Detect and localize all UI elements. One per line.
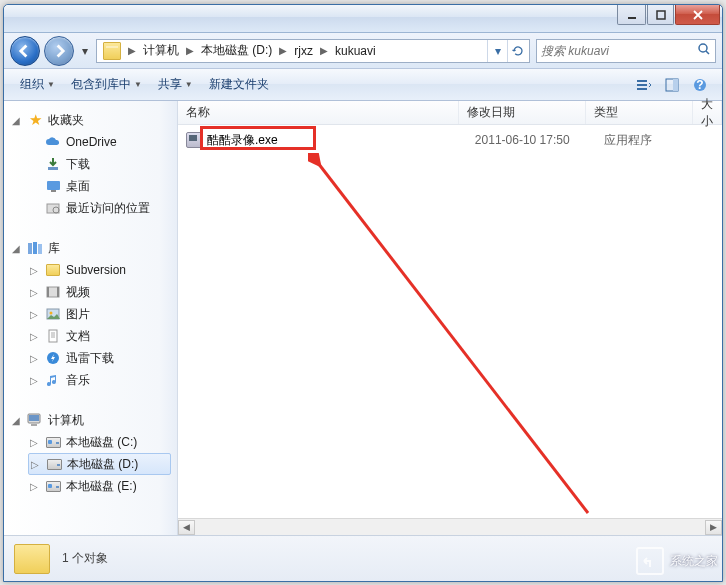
collapse-icon[interactable]: ◢ <box>10 415 22 426</box>
recent-icon <box>44 202 62 214</box>
expand-icon[interactable]: ▷ <box>28 353 40 364</box>
chevron-right-icon[interactable]: ▶ <box>317 45 331 56</box>
file-type: 应用程序 <box>604 132 652 149</box>
video-icon <box>44 286 62 298</box>
close-button[interactable] <box>675 5 720 25</box>
svg-rect-5 <box>637 88 647 90</box>
status-bar: 1 个对象 <box>4 535 722 581</box>
svg-rect-12 <box>51 190 56 192</box>
crumb-computer[interactable]: 计算机 <box>139 40 183 62</box>
content-area: 名称 修改日期 类型 大小 酷酷录像.exe 2011-06-10 17:50 … <box>178 101 722 535</box>
svg-rect-4 <box>637 84 647 86</box>
sidebar-item-pictures[interactable]: ▷图片 <box>28 303 177 325</box>
nav-bar: ▾ ▶ 计算机 ▶ 本地磁盘 (D:) ▶ rjxz ▶ kukuavi ▾ <box>4 33 722 69</box>
svg-rect-23 <box>49 330 57 342</box>
sidebar-item-thunder[interactable]: ▷迅雷下载 <box>28 347 177 369</box>
svg-rect-16 <box>33 242 37 254</box>
sidebar-item-onedrive[interactable]: OneDrive <box>28 131 177 153</box>
expand-icon[interactable]: ▷ <box>28 437 40 448</box>
new-folder-button[interactable]: 新建文件夹 <box>203 74 275 95</box>
annotation-arrow <box>308 153 608 518</box>
watermark-logo-icon <box>636 547 664 575</box>
sidebar-item-music[interactable]: ▷音乐 <box>28 369 177 391</box>
sidebar-item-desktop[interactable]: 桌面 <box>28 175 177 197</box>
crumb-folder-2[interactable]: kukuavi <box>331 40 380 62</box>
refresh-button[interactable] <box>507 40 527 62</box>
sidebar-item-computer[interactable]: ◢ 计算机 <box>10 409 177 431</box>
column-date[interactable]: 修改日期 <box>459 101 585 124</box>
minimize-button[interactable] <box>617 5 646 25</box>
expand-icon[interactable]: ▷ <box>28 331 40 342</box>
sidebar-item-downloads[interactable]: 下载 <box>28 153 177 175</box>
view-options-button[interactable] <box>632 74 656 96</box>
sidebar-item-subversion[interactable]: ▷Subversion <box>28 259 177 281</box>
address-bar[interactable]: ▶ 计算机 ▶ 本地磁盘 (D:) ▶ rjxz ▶ kukuavi ▾ <box>96 39 530 63</box>
column-name[interactable]: 名称 <box>178 101 459 124</box>
explorer-window: ▾ ▶ 计算机 ▶ 本地磁盘 (D:) ▶ rjxz ▶ kukuavi ▾ 组… <box>3 4 723 582</box>
scroll-right-button[interactable]: ▶ <box>705 520 722 535</box>
drive-icon <box>44 481 62 492</box>
sidebar-item-libraries[interactable]: ◢ 库 <box>10 237 177 259</box>
scroll-track[interactable] <box>195 520 705 535</box>
column-size[interactable]: 大小 <box>693 101 722 124</box>
search-icon[interactable] <box>697 42 711 59</box>
sidebar-item-drive-e[interactable]: ▷本地磁盘 (E:) <box>28 475 177 497</box>
expand-icon[interactable]: ▷ <box>29 459 41 470</box>
expand-icon[interactable]: ▷ <box>28 375 40 386</box>
preview-pane-button[interactable] <box>660 74 684 96</box>
drive-icon <box>45 459 63 470</box>
body: ◢ ★ 收藏夹 OneDrive 下载 桌面 最近访问的位置 ◢ 库 <box>4 101 722 535</box>
file-list[interactable]: 酷酷录像.exe 2011-06-10 17:50 应用程序 <box>178 125 722 518</box>
crumb-drive[interactable]: 本地磁盘 (D:) <box>197 40 276 62</box>
tree-computer: ◢ 计算机 ▷本地磁盘 (C:) ▷本地磁盘 (D:) ▷本地磁盘 (E:) <box>10 409 177 497</box>
address-dropdown[interactable]: ▾ <box>487 40 507 62</box>
crumb-folder-1[interactable]: rjxz <box>290 40 317 62</box>
sidebar-item-drive-d[interactable]: ▷本地磁盘 (D:) <box>28 453 171 475</box>
help-button[interactable]: ? <box>688 74 712 96</box>
drive-icon <box>44 437 62 448</box>
scroll-left-button[interactable]: ◀ <box>178 520 195 535</box>
expand-icon[interactable]: ▷ <box>28 309 40 320</box>
share-menu[interactable]: 共享 ▼ <box>152 74 199 95</box>
forward-button[interactable] <box>44 36 74 66</box>
horizontal-scrollbar[interactable]: ◀ ▶ <box>178 518 722 535</box>
sidebar-item-videos[interactable]: ▷视频 <box>28 281 177 303</box>
svg-rect-20 <box>57 287 59 297</box>
chevron-right-icon[interactable]: ▶ <box>183 45 197 56</box>
collapse-icon[interactable]: ◢ <box>10 243 22 254</box>
sidebar-item-favorites[interactable]: ◢ ★ 收藏夹 <box>10 109 177 131</box>
watermark: 系统之家 <box>636 547 718 575</box>
expand-icon[interactable]: ▷ <box>28 265 40 276</box>
svg-line-28 <box>318 163 588 513</box>
back-button[interactable] <box>10 36 40 66</box>
documents-icon <box>44 329 62 343</box>
sidebar: ◢ ★ 收藏夹 OneDrive 下载 桌面 最近访问的位置 ◢ 库 <box>4 101 178 535</box>
titlebar[interactable] <box>4 5 722 33</box>
star-icon: ★ <box>26 111 44 129</box>
history-dropdown[interactable]: ▾ <box>78 41 92 61</box>
sidebar-item-drive-c[interactable]: ▷本地磁盘 (C:) <box>28 431 177 453</box>
libraries-icon <box>26 241 44 255</box>
expand-icon[interactable]: ▷ <box>28 287 40 298</box>
collapse-icon[interactable]: ◢ <box>10 115 22 126</box>
cloud-icon <box>44 136 62 148</box>
svg-rect-26 <box>29 415 39 421</box>
tree-libraries: ◢ 库 ▷Subversion ▷视频 ▷图片 ▷文档 ▷迅雷下载 ▷音乐 <box>10 237 177 391</box>
sidebar-item-documents[interactable]: ▷文档 <box>28 325 177 347</box>
folder-icon <box>103 42 121 60</box>
computer-icon <box>26 413 44 427</box>
svg-rect-0 <box>628 17 636 19</box>
svg-rect-10 <box>48 167 58 170</box>
column-headers: 名称 修改日期 类型 大小 <box>178 101 722 125</box>
column-type[interactable]: 类型 <box>586 101 693 124</box>
maximize-button[interactable] <box>647 5 674 25</box>
tree-favorites: ◢ ★ 收藏夹 OneDrive 下载 桌面 最近访问的位置 <box>10 109 177 219</box>
search-input[interactable] <box>541 44 697 58</box>
chevron-right-icon[interactable]: ▶ <box>276 45 290 56</box>
include-library-menu[interactable]: 包含到库中 ▼ <box>65 74 148 95</box>
chevron-right-icon[interactable]: ▶ <box>125 45 139 56</box>
sidebar-item-recent[interactable]: 最近访问的位置 <box>28 197 177 219</box>
organize-menu[interactable]: 组织 ▼ <box>14 74 61 95</box>
expand-icon[interactable]: ▷ <box>28 481 40 492</box>
search-box[interactable] <box>536 39 716 63</box>
